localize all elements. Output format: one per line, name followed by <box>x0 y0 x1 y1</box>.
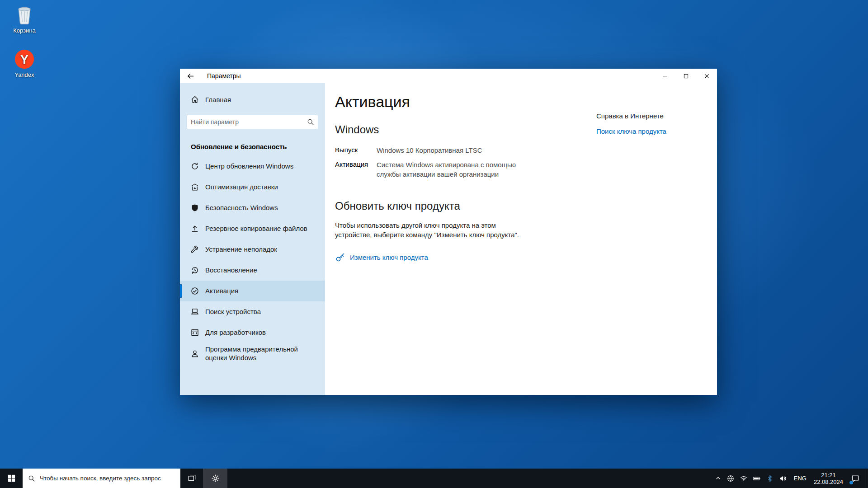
settings-window: Параметры Главная Обновление и безо <box>180 69 717 395</box>
delivery-optimization-icon <box>191 183 199 191</box>
minimize-icon <box>663 74 668 79</box>
task-view-button[interactable] <box>180 469 203 488</box>
wifi-icon[interactable] <box>740 475 747 482</box>
sidebar-item-home[interactable]: Главная <box>180 89 325 109</box>
caption-buttons <box>655 69 717 83</box>
system-tray: ENG 21:21 22.08.2024 <box>712 469 846 488</box>
sidebar-item-label: Резервное копирование файлов <box>205 225 307 233</box>
activation-label: Активация <box>335 160 377 179</box>
back-arrow-icon <box>187 73 194 80</box>
desktop-icon-recycle-bin[interactable]: Корзина <box>3 5 46 34</box>
taskbar-search-input[interactable] <box>40 475 175 482</box>
sidebar-item-find-device[interactable]: Поиск устройства <box>180 301 325 322</box>
search-icon <box>28 475 35 482</box>
close-icon <box>704 74 709 79</box>
back-button[interactable] <box>180 69 201 83</box>
action-center-button[interactable] <box>846 469 865 488</box>
task-view-icon <box>188 474 196 482</box>
edition-value: Windows 10 Корпоративная LTSC <box>377 146 482 155</box>
sidebar-item-label: Активация <box>205 287 238 296</box>
activation-row: Активация Система Windows активирована с… <box>335 160 717 179</box>
sidebar-home-label: Главная <box>205 96 231 103</box>
recycle-bin-icon <box>14 5 35 25</box>
online-help-heading: Справка в Интернете <box>596 112 700 120</box>
taskbar-settings-button[interactable] <box>203 469 227 488</box>
desktop-icon-label: Корзина <box>3 27 46 34</box>
sidebar-item-label: Центр обновления Windows <box>205 162 293 171</box>
windows-security-icon <box>191 204 199 212</box>
activation-value: Система Windows активирована с помощью с… <box>377 160 535 179</box>
edition-label: Выпуск <box>335 146 377 155</box>
find-product-key-link[interactable]: Поиск ключа продукта <box>596 127 666 135</box>
yandex-icon: Y <box>14 49 35 70</box>
volume-icon[interactable] <box>779 475 787 482</box>
update-key-heading: Обновить ключ продукта <box>335 200 717 212</box>
windows-info-rows: Выпуск Windows 10 Корпоративная LTSC Акт… <box>335 146 717 179</box>
window-title: Параметры <box>207 72 241 80</box>
maximize-button[interactable] <box>675 69 696 83</box>
sidebar-item-activation[interactable]: Активация <box>180 281 325 301</box>
backup-icon <box>191 225 199 233</box>
bluetooth-icon[interactable] <box>766 475 774 482</box>
sidebar-item-label: Безопасность Windows <box>205 204 278 212</box>
online-help-section: Справка в Интернете Поиск ключа продукта <box>596 112 700 135</box>
key-icon <box>335 252 345 263</box>
search-icon <box>307 118 314 126</box>
sidebar-item-windows-security[interactable]: Безопасность Windows <box>180 197 325 218</box>
titlebar: Параметры <box>180 69 717 83</box>
sidebar-item-label: Программа предварительной оценки Windows <box>205 345 319 362</box>
settings-sidebar: Главная Обновление и безопасность Центр … <box>180 83 325 395</box>
clock-date: 22.08.2024 <box>814 479 843 485</box>
desktop-icon-label: Yandex <box>3 71 46 78</box>
recovery-icon <box>191 266 199 274</box>
taskbar-clock[interactable]: 21:21 22.08.2024 <box>814 472 843 485</box>
troubleshoot-icon <box>191 245 199 253</box>
notification-badge <box>849 480 854 485</box>
sidebar-item-label: Оптимизация доставки <box>205 183 278 192</box>
taskbar: ENG 21:21 22.08.2024 <box>0 469 868 488</box>
change-product-key-label: Изменить ключ продукта <box>350 253 428 261</box>
close-button[interactable] <box>696 69 717 83</box>
minimize-button[interactable] <box>655 69 675 83</box>
insider-program-icon <box>191 350 199 358</box>
page-title: Активация <box>335 93 717 111</box>
sidebar-item-windows-update[interactable]: Центр обновления Windows <box>180 156 325 177</box>
svg-text:Y: Y <box>20 53 28 66</box>
chevron-up-icon[interactable] <box>715 475 721 481</box>
clock-time: 21:21 <box>814 472 843 479</box>
find-device-icon <box>191 308 199 316</box>
windows-update-icon <box>191 162 199 170</box>
edition-row: Выпуск Windows 10 Корпоративная LTSC <box>335 146 717 155</box>
sidebar-item-developers[interactable]: Для разработчиков <box>180 322 325 343</box>
windows-start-icon <box>8 474 15 482</box>
sidebar-item-backup[interactable]: Резервное копирование файлов <box>180 218 325 239</box>
update-key-description: Чтобы использовать другой ключ продукта … <box>335 221 529 239</box>
change-product-key-link[interactable]: Изменить ключ продукта <box>335 252 428 263</box>
sidebar-item-label: Восстановление <box>205 266 257 275</box>
maximize-icon <box>684 74 689 79</box>
gear-icon <box>211 474 220 483</box>
sidebar-item-label: Поиск устройства <box>205 308 261 316</box>
sidebar-item-recovery[interactable]: Восстановление <box>180 260 325 281</box>
start-button[interactable] <box>0 469 23 488</box>
settings-search-input[interactable] <box>191 118 307 126</box>
sidebar-section-title: Обновление и безопасность <box>180 143 325 150</box>
developers-icon <box>191 328 199 337</box>
show-desktop-button[interactable] <box>865 469 868 488</box>
language-indicator[interactable]: ENG <box>793 475 808 482</box>
activation-icon <box>191 287 199 295</box>
sidebar-item-insider-program[interactable]: Программа предварительной оценки Windows <box>180 343 325 365</box>
desktop-icon-yandex[interactable]: Y Yandex <box>3 49 46 78</box>
sidebar-item-label: Устранение неполадок <box>205 245 277 254</box>
sidebar-nav: Центр обновления Windows Оптимизация дос… <box>180 156 325 395</box>
sidebar-item-delivery-optimization[interactable]: Оптимизация доставки <box>180 177 325 197</box>
battery-icon[interactable] <box>753 475 760 482</box>
sidebar-item-label: Для разработчиков <box>205 328 266 337</box>
sidebar-item-troubleshoot[interactable]: Устранение неполадок <box>180 239 325 260</box>
taskbar-empty-area <box>227 469 712 488</box>
network-icon[interactable] <box>727 475 734 482</box>
home-icon <box>191 95 199 103</box>
activation-page: Активация Windows Выпуск Windows 10 Корп… <box>325 83 717 395</box>
taskbar-search-box <box>23 469 180 488</box>
settings-search-box <box>187 115 318 129</box>
